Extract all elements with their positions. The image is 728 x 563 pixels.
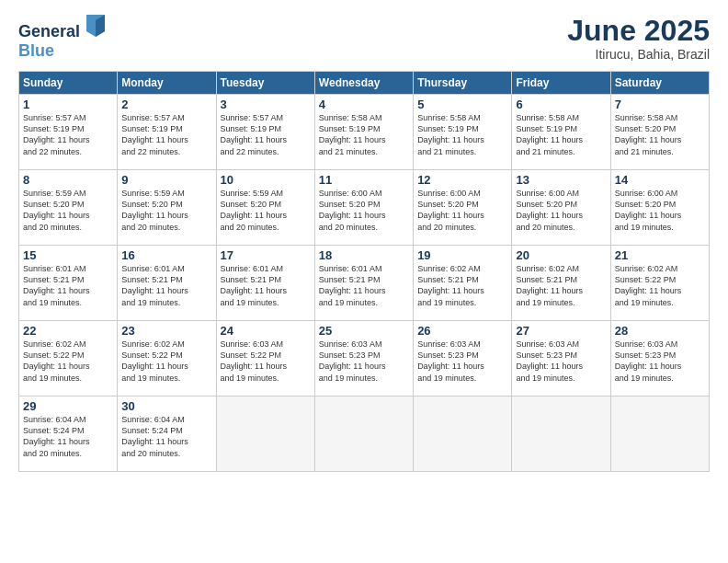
header-friday: Friday xyxy=(512,72,610,95)
day-info: Sunrise: 6:03 AM Sunset: 5:23 PM Dayligh… xyxy=(516,339,606,384)
day-info: Sunrise: 6:02 AM Sunset: 5:21 PM Dayligh… xyxy=(516,263,606,308)
calendar-page: General Blue June 2025 Itirucu, Bahia, B… xyxy=(0,0,728,563)
calendar-cell: 13Sunrise: 6:00 AM Sunset: 5:20 PM Dayli… xyxy=(512,170,610,246)
day-number: 3 xyxy=(221,98,311,111)
day-number: 22 xyxy=(23,324,113,338)
day-number: 11 xyxy=(319,173,409,187)
calendar-week-row: 29Sunrise: 6:04 AM Sunset: 5:24 PM Dayli… xyxy=(19,396,710,472)
calendar-cell: 8Sunrise: 5:59 AM Sunset: 5:20 PM Daylig… xyxy=(19,170,118,246)
day-number: 16 xyxy=(121,248,211,262)
logo-icon xyxy=(86,15,105,37)
day-number: 26 xyxy=(417,324,507,338)
day-info: Sunrise: 5:58 AM Sunset: 5:20 PM Dayligh… xyxy=(615,112,705,157)
day-number: 30 xyxy=(121,399,211,413)
day-info: Sunrise: 6:00 AM Sunset: 5:20 PM Dayligh… xyxy=(319,188,409,233)
day-info: Sunrise: 5:59 AM Sunset: 5:20 PM Dayligh… xyxy=(121,188,211,233)
calendar-cell: 23Sunrise: 6:02 AM Sunset: 5:22 PM Dayli… xyxy=(118,321,216,396)
day-number: 23 xyxy=(121,324,211,338)
calendar-cell xyxy=(512,396,610,472)
calendar-cell: 22Sunrise: 6:02 AM Sunset: 5:22 PM Dayli… xyxy=(19,321,118,396)
logo-text: General xyxy=(18,15,105,41)
day-number: 28 xyxy=(615,324,705,338)
day-info: Sunrise: 6:04 AM Sunset: 5:24 PM Dayligh… xyxy=(23,414,113,459)
day-number: 10 xyxy=(221,173,311,187)
calendar-week-row: 1Sunrise: 5:57 AM Sunset: 5:19 PM Daylig… xyxy=(19,95,710,170)
calendar-week-row: 22Sunrise: 6:02 AM Sunset: 5:22 PM Dayli… xyxy=(19,321,710,396)
calendar-cell: 26Sunrise: 6:03 AM Sunset: 5:23 PM Dayli… xyxy=(414,321,512,396)
calendar-cell: 4Sunrise: 5:58 AM Sunset: 5:19 PM Daylig… xyxy=(314,95,413,170)
calendar-cell: 27Sunrise: 6:03 AM Sunset: 5:23 PM Dayli… xyxy=(512,321,610,396)
day-number: 29 xyxy=(23,399,113,413)
calendar-cell: 24Sunrise: 6:03 AM Sunset: 5:22 PM Dayli… xyxy=(216,321,314,396)
month-title: June 2025 xyxy=(567,15,710,47)
calendar-cell xyxy=(216,396,314,472)
day-number: 24 xyxy=(221,324,311,338)
calendar-table: Sunday Monday Tuesday Wednesday Thursday… xyxy=(18,71,710,472)
calendar-cell: 5Sunrise: 5:58 AM Sunset: 5:19 PM Daylig… xyxy=(414,95,512,170)
day-info: Sunrise: 6:01 AM Sunset: 5:21 PM Dayligh… xyxy=(121,263,211,308)
header-saturday: Saturday xyxy=(610,72,709,95)
calendar-cell: 3Sunrise: 5:57 AM Sunset: 5:19 PM Daylig… xyxy=(216,95,314,170)
day-number: 6 xyxy=(516,98,606,111)
day-info: Sunrise: 6:03 AM Sunset: 5:23 PM Dayligh… xyxy=(319,339,409,384)
day-info: Sunrise: 6:02 AM Sunset: 5:22 PM Dayligh… xyxy=(23,339,113,384)
day-number: 17 xyxy=(221,248,311,262)
day-info: Sunrise: 6:04 AM Sunset: 5:24 PM Dayligh… xyxy=(121,414,211,459)
day-info: Sunrise: 6:01 AM Sunset: 5:21 PM Dayligh… xyxy=(23,263,113,308)
calendar-cell: 20Sunrise: 6:02 AM Sunset: 5:21 PM Dayli… xyxy=(512,246,610,321)
day-number: 20 xyxy=(516,248,606,262)
title-block: June 2025 Itirucu, Bahia, Brazil xyxy=(567,15,710,62)
day-number: 2 xyxy=(121,98,211,111)
calendar-cell: 10Sunrise: 5:59 AM Sunset: 5:20 PM Dayli… xyxy=(216,170,314,246)
day-number: 19 xyxy=(417,248,507,262)
day-info: Sunrise: 5:59 AM Sunset: 5:20 PM Dayligh… xyxy=(221,188,311,233)
calendar-cell: 9Sunrise: 5:59 AM Sunset: 5:20 PM Daylig… xyxy=(118,170,216,246)
day-number: 4 xyxy=(319,98,409,111)
day-number: 1 xyxy=(23,98,113,111)
calendar-cell: 21Sunrise: 6:02 AM Sunset: 5:22 PM Dayli… xyxy=(610,246,709,321)
header-thursday: Thursday xyxy=(414,72,512,95)
logo: General Blue xyxy=(18,15,105,61)
calendar-cell: 14Sunrise: 6:00 AM Sunset: 5:20 PM Dayli… xyxy=(610,170,709,246)
day-info: Sunrise: 5:58 AM Sunset: 5:19 PM Dayligh… xyxy=(417,112,507,157)
day-info: Sunrise: 5:57 AM Sunset: 5:19 PM Dayligh… xyxy=(121,112,211,157)
logo-blue: Blue xyxy=(18,41,105,61)
day-info: Sunrise: 6:03 AM Sunset: 5:22 PM Dayligh… xyxy=(221,339,311,384)
header-tuesday: Tuesday xyxy=(216,72,314,95)
calendar-cell: 18Sunrise: 6:01 AM Sunset: 5:21 PM Dayli… xyxy=(314,246,413,321)
day-info: Sunrise: 6:01 AM Sunset: 5:21 PM Dayligh… xyxy=(319,263,409,308)
day-info: Sunrise: 6:02 AM Sunset: 5:21 PM Dayligh… xyxy=(417,263,507,308)
calendar-cell xyxy=(414,396,512,472)
location: Itirucu, Bahia, Brazil xyxy=(567,47,710,62)
day-info: Sunrise: 6:00 AM Sunset: 5:20 PM Dayligh… xyxy=(615,188,705,233)
calendar-cell: 11Sunrise: 6:00 AM Sunset: 5:20 PM Dayli… xyxy=(314,170,413,246)
day-info: Sunrise: 6:02 AM Sunset: 5:22 PM Dayligh… xyxy=(615,263,705,308)
day-number: 14 xyxy=(615,173,705,187)
calendar-cell: 19Sunrise: 6:02 AM Sunset: 5:21 PM Dayli… xyxy=(414,246,512,321)
calendar-cell: 29Sunrise: 6:04 AM Sunset: 5:24 PM Dayli… xyxy=(19,396,118,472)
calendar-cell: 15Sunrise: 6:01 AM Sunset: 5:21 PM Dayli… xyxy=(19,246,118,321)
day-info: Sunrise: 6:00 AM Sunset: 5:20 PM Dayligh… xyxy=(417,188,507,233)
calendar-cell: 2Sunrise: 5:57 AM Sunset: 5:19 PM Daylig… xyxy=(118,95,216,170)
day-info: Sunrise: 6:03 AM Sunset: 5:23 PM Dayligh… xyxy=(615,339,705,384)
day-number: 7 xyxy=(615,98,705,111)
day-info: Sunrise: 5:59 AM Sunset: 5:20 PM Dayligh… xyxy=(23,188,113,233)
calendar-week-row: 8Sunrise: 5:59 AM Sunset: 5:20 PM Daylig… xyxy=(19,170,710,246)
day-number: 27 xyxy=(516,324,606,338)
calendar-cell xyxy=(314,396,413,472)
day-number: 18 xyxy=(319,248,409,262)
calendar-cell: 6Sunrise: 5:58 AM Sunset: 5:19 PM Daylig… xyxy=(512,95,610,170)
calendar-cell: 25Sunrise: 6:03 AM Sunset: 5:23 PM Dayli… xyxy=(314,321,413,396)
calendar-week-row: 15Sunrise: 6:01 AM Sunset: 5:21 PM Dayli… xyxy=(19,246,710,321)
day-number: 9 xyxy=(121,173,211,187)
day-number: 8 xyxy=(23,173,113,187)
day-info: Sunrise: 5:58 AM Sunset: 5:19 PM Dayligh… xyxy=(516,112,606,157)
weekday-header-row: Sunday Monday Tuesday Wednesday Thursday… xyxy=(19,72,710,95)
day-info: Sunrise: 6:00 AM Sunset: 5:20 PM Dayligh… xyxy=(516,188,606,233)
day-number: 5 xyxy=(417,98,507,111)
calendar-cell: 28Sunrise: 6:03 AM Sunset: 5:23 PM Dayli… xyxy=(610,321,709,396)
day-number: 25 xyxy=(319,324,409,338)
day-number: 21 xyxy=(615,248,705,262)
day-info: Sunrise: 6:01 AM Sunset: 5:21 PM Dayligh… xyxy=(221,263,311,308)
day-info: Sunrise: 6:03 AM Sunset: 5:23 PM Dayligh… xyxy=(417,339,507,384)
